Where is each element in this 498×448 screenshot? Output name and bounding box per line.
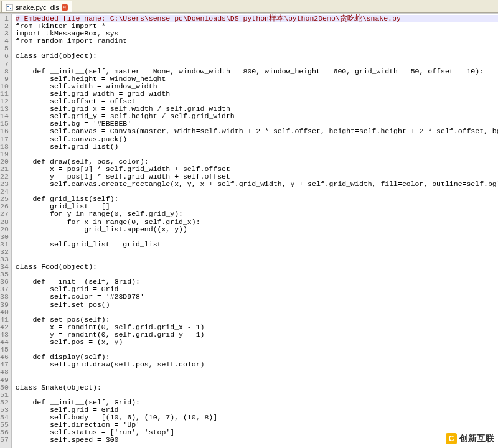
line-number: 8 bbox=[0, 68, 9, 75]
line-number: 50 bbox=[0, 384, 9, 391]
line-number: 51 bbox=[0, 391, 9, 399]
code-line: self.pos = (x, y) bbox=[16, 338, 498, 346]
line-number-gutter: 1234567891011121314151617181920212223242… bbox=[0, 14, 12, 448]
code-line: class Snake(object): bbox=[16, 384, 498, 391]
code-line bbox=[16, 368, 498, 376]
code-line: class Grid(object): bbox=[16, 52, 498, 60]
code-line bbox=[16, 391, 498, 399]
code-area[interactable]: # Embedded file name: C:\Users\sense-pc\… bbox=[12, 14, 498, 448]
line-number: 17 bbox=[0, 136, 9, 143]
line-number: 18 bbox=[0, 143, 9, 151]
svg-rect-1 bbox=[7, 6, 9, 7]
code-line: self.canvas.create_rectangle(x, y, x + s… bbox=[16, 180, 498, 188]
code-line bbox=[16, 376, 498, 384]
line-number: 7 bbox=[0, 60, 9, 68]
line-number: 27 bbox=[0, 210, 9, 218]
svg-rect-0 bbox=[6, 4, 12, 11]
code-line bbox=[16, 248, 498, 256]
code-line: self.set_pos() bbox=[16, 301, 498, 309]
code-line: for x in range(0, self.grid_x): bbox=[16, 218, 498, 226]
svg-rect-2 bbox=[10, 8, 11, 9]
watermark-logo-icon: C bbox=[446, 433, 457, 444]
line-number: 16 bbox=[0, 128, 9, 135]
line-number: 30 bbox=[0, 233, 9, 241]
code-line bbox=[16, 60, 498, 68]
code-line: def __init__(self, master = None, window… bbox=[16, 68, 498, 75]
code-line: self.grid_list() bbox=[16, 143, 498, 151]
code-line: for y in range(0, self.grid_y): bbox=[16, 210, 498, 218]
line-number: 19 bbox=[0, 151, 9, 158]
line-number: 40 bbox=[0, 309, 9, 316]
code-editor: 1234567891011121314151617181920212223242… bbox=[0, 13, 498, 448]
line-number: 49 bbox=[0, 376, 9, 384]
code-line: grid_list.append((x, y)) bbox=[16, 226, 498, 233]
code-line bbox=[16, 309, 498, 316]
code-line: self.grid_list = grid_list bbox=[16, 241, 498, 248]
line-number: 38 bbox=[0, 293, 9, 301]
line-number: 39 bbox=[0, 301, 9, 309]
code-line: self.canvas.pack() bbox=[16, 136, 498, 143]
tab-title: snake.pyc_dis bbox=[16, 4, 59, 11]
code-line: self.canvas = Canvas(master, width=self.… bbox=[16, 128, 498, 135]
code-line bbox=[16, 151, 498, 158]
line-number: 6 bbox=[0, 52, 9, 60]
code-line bbox=[16, 233, 498, 241]
code-line: self.speed = 300 bbox=[16, 436, 498, 444]
code-line: class Food(object): bbox=[16, 263, 498, 271]
watermark-text: 创新互联 bbox=[459, 433, 494, 444]
file-tab[interactable]: snake.pyc_dis × bbox=[1, 1, 72, 12]
code-line: self.color = '#23D978' bbox=[16, 293, 498, 301]
line-number: 48 bbox=[0, 368, 9, 376]
watermark: C 创新互联 bbox=[446, 433, 494, 444]
code-line: from random import randint bbox=[16, 37, 498, 45]
tab-bar: snake.pyc_dis × bbox=[0, 0, 498, 13]
code-line: self.grid.draw(self.pos, self.color) bbox=[16, 361, 498, 368]
file-type-icon bbox=[6, 4, 13, 11]
line-number: 29 bbox=[0, 226, 9, 233]
close-icon[interactable]: × bbox=[62, 4, 68, 11]
line-number: 28 bbox=[0, 218, 9, 226]
line-number: 57 bbox=[0, 436, 9, 444]
